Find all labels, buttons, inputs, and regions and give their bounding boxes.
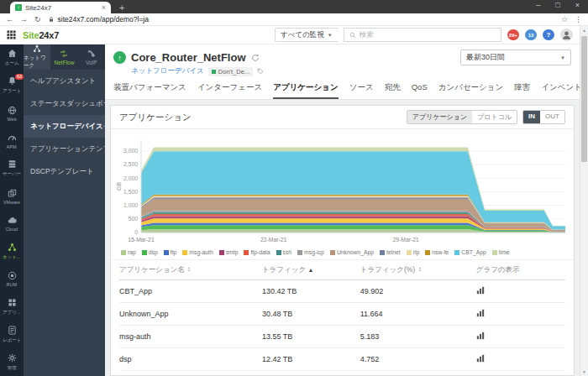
sidebar-tab-network[interactable]: ネットワーク [24,44,50,70]
rail-item-rum[interactable]: RUM [0,265,24,293]
legend-item[interactable]: time [492,249,510,255]
scroll-up-icon[interactable]: ▲ [580,28,588,33]
sidebar-item[interactable]: ネットフローデバイス+ [24,115,105,138]
monitor-title: Core_Router_NetFlow [131,51,246,64]
legend-swatch [454,250,459,255]
legend-swatch [407,250,412,255]
browser-tab[interactable]: ↑ Site24x7 × [10,2,111,13]
legend-item[interactable]: rlp [407,249,420,255]
maximize-button[interactable]: □ [555,1,559,9]
rail-item-vmware[interactable]: VMware [0,183,24,211]
legend-swatch [276,250,281,255]
scrollbar-thumb[interactable] [581,36,587,162]
legend-label: rlp [413,249,420,255]
rail-item-network[interactable]: ネット... [0,238,24,265]
sidebar-tab-netflow[interactable]: NetFlow [50,44,77,70]
forward-icon[interactable]: → [20,15,28,24]
monitor-tab[interactable]: 障害 [514,82,530,99]
legend-item[interactable]: dsp [142,249,158,255]
tag-pill[interactable]: Don't_De... [208,67,253,76]
show-graph-icon[interactable] [476,332,485,340]
rail-item-apps[interactable]: アプリ... [0,293,24,321]
column-header[interactable]: トラフィック ▲ [262,260,360,280]
legend-item[interactable]: msg-icp [297,249,324,255]
app-name-cell: Unknown_App [119,303,262,326]
legend-item[interactable]: ftp [164,249,177,255]
minimize-button[interactable]: – [536,1,540,9]
legend-item[interactable]: nsw-fe [425,249,449,255]
rail-item-home[interactable]: ホーム [0,44,24,72]
monitor-tab[interactable]: QoS [412,82,428,99]
svg-text:15-Mar-21: 15-Mar-21 [128,237,155,243]
legend-item[interactable]: smtp [219,249,239,255]
show-graph-icon[interactable] [476,286,485,295]
rail-item-server[interactable]: サーバー [0,155,24,183]
new-tab-button[interactable]: + [119,2,124,13]
help-icon[interactable]: ? [543,29,554,40]
app-grid-icon[interactable] [7,30,16,39]
scroll-down-icon[interactable]: ▼ [580,369,588,374]
view-toggle-button[interactable]: アプリケーション [407,111,472,123]
direction-toggle-button[interactable]: OUT [540,111,564,123]
column-header[interactable]: トラフィック(%) [360,260,476,280]
sidebar-item[interactable]: ステータスダッシュボード [24,92,105,115]
view-toggle-button[interactable]: プロトコル [472,111,517,123]
monitor-tab[interactable]: 装置パフォーマンス [113,82,186,99]
monitor-type-link[interactable]: ネットフローデバイス [131,66,204,76]
rail-item-label: ネット... [3,253,21,260]
legend-swatch [425,250,430,255]
rail-item-label: Web [7,117,16,122]
traffic-pct-cell: 49.902 [360,280,476,303]
monitor-tab[interactable]: 宛先 [385,82,401,99]
monitor-tab[interactable]: アプリケーション [273,82,339,99]
legend-item[interactable]: Unknown_App [330,249,374,255]
direction-toggle-button[interactable]: IN [523,111,540,123]
rail-item-gauge[interactable]: APM [0,128,24,155]
rail-item-gear[interactable]: 管理 [0,348,24,376]
monitor-tab[interactable]: カンバセーション [438,82,504,99]
monitor-tab[interactable]: ソース [349,82,374,99]
close-button[interactable]: × [575,1,580,9]
back-icon[interactable]: ← [6,15,13,24]
column-header[interactable]: アプリケーション名 [119,260,262,280]
legend-item[interactable]: ftp-data [244,249,270,255]
monitor-filter-dropdown[interactable]: すべての監視 ▼ [275,28,338,42]
monitor-tab[interactable]: インターフェース [197,82,262,99]
legend-item[interactable]: rap [121,249,136,255]
chevron-down-icon: ▼ [560,55,565,60]
rail-item-cloud[interactable]: Cloud [0,211,24,238]
cloud-icon [8,216,17,225]
tag-icon[interactable] [257,68,264,75]
legend-item[interactable]: msg-auth [182,249,213,255]
messages-bubble[interactable]: 13 [525,29,537,40]
browser-menu-icon[interactable]: ⋮ [575,15,582,24]
traffic-cell: 30.48 TB [262,303,360,326]
bookmark-star-icon[interactable]: ☆ [561,15,568,24]
chevron-down-icon: ▼ [328,33,333,38]
legend-label: dsp [149,249,158,255]
sidebar-tab-voip[interactable]: VoIP [78,44,105,70]
site24x7-logo: Site24x7 [23,30,59,40]
legend-swatch [142,250,147,255]
refresh-icon[interactable] [251,54,260,62]
rail-item-report[interactable]: レポート [0,321,24,348]
alerts-bubble[interactable]: 29+ [507,29,519,40]
tab-close-icon[interactable]: × [102,3,106,12]
search-input[interactable]: 検索 [344,28,501,42]
rail-item-label: 管理 [7,364,16,371]
url-bar[interactable]: site24x7.com/app/demo?l=ja [48,15,554,24]
user-avatar[interactable] [560,29,573,41]
legend-item[interactable]: CBT_App [454,249,486,255]
period-dropdown[interactable]: 最新30日間 ▼ [460,50,571,65]
sidebar-item[interactable]: アプリケーションテンプレ... [24,138,105,160]
show-graph-icon[interactable] [476,354,485,363]
show-graph-icon[interactable] [476,309,485,317]
page-scrollbar[interactable]: ▲ ▼ [580,26,588,376]
reload-icon[interactable]: ↻ [34,15,41,24]
rail-item-bell[interactable]: 63アラート [0,72,24,100]
sidebar-item[interactable]: ヘルプアシスタント [24,70,105,92]
legend-item[interactable]: ssh [276,249,292,255]
sidebar-item[interactable]: DSCPテンプレート [24,160,105,183]
rail-item-globe[interactable]: Web [0,100,24,128]
legend-item[interactable]: telnet [380,249,401,255]
